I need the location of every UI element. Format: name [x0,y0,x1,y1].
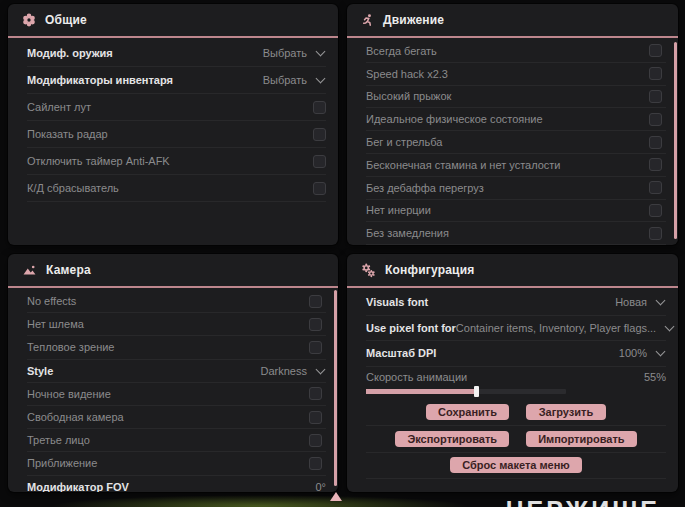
general-row-0: Модиф. оружияВыбрать [27,40,326,67]
chevron-down-icon [665,321,675,331]
panel-movement-header: Движение [347,4,678,38]
panel-config-header: Конфигурация [347,254,678,288]
chevron-down-icon [316,74,326,84]
row-label: Бесконечная стамина и нет усталости [366,159,561,171]
row-label: Масштаб DPI [366,347,436,359]
movement-row-3: Идеальное физическое состояние [366,108,666,131]
camera-row-0: No effects [27,290,326,313]
chevron-down-icon [316,47,326,57]
dropdown-value: Darkness [261,365,307,377]
checkbox[interactable] [313,128,326,141]
action-button-экспортировать[interactable]: Экспортировать [395,431,509,447]
panel-movement: Движение Всегда бегатьSpeed hack x2.3Выс… [347,4,678,245]
camera-row-3: StyleDarkness [27,360,326,383]
checkbox[interactable] [649,67,662,80]
fov-value: 0° [315,481,326,492]
animation-speed-slider[interactable] [366,389,566,394]
movement-row-4: Бег и стрельба [366,131,666,154]
checkbox[interactable] [649,44,662,57]
slider-value: 55% [644,371,666,383]
action-button-загрузить[interactable]: Загрузить [526,404,606,420]
panel-general-header: Общие [8,4,338,38]
general-row-5: К/Д сбрасыватель [27,175,326,202]
row-label: Всегда бегать [366,45,437,57]
checkbox[interactable] [649,227,662,240]
general-row-2: Сайлент лут [27,94,326,121]
panel-config: Конфигурация Visuals fontНоваяUse pixel … [347,254,678,492]
slider-handle[interactable] [474,386,479,397]
row-label: Без замедления [366,227,449,239]
checkbox[interactable] [309,434,322,447]
flower-icon [22,13,36,27]
checkbox[interactable] [313,155,326,168]
checkbox[interactable] [649,136,662,149]
checkbox[interactable] [309,411,322,424]
row-label: Идеальное физическое состояние [366,113,543,125]
panel-general-title: Общие [45,13,87,27]
row-label: Приближение [27,457,97,469]
panel-camera-title: Камера [46,263,91,277]
checkbox[interactable] [649,181,662,194]
checkbox[interactable] [309,318,322,331]
dropdown-config-1[interactable]: Container items, Inventory, Player flags… [456,322,675,334]
movement-row-1: Speed hack x2.3 [366,63,666,86]
movement-row-6: Без дебаффа перегруз [366,177,666,200]
movement-row-8: Без замедления [366,222,666,245]
row-label: Нет инерции [366,204,431,216]
chevron-down-icon [656,296,666,306]
movement-scrollbar[interactable] [674,42,677,239]
game-background-glow [50,495,470,507]
row-label: К/Д сбрасыватель [27,182,119,194]
dropdown-value: Выбрать [263,74,307,86]
config-button-row-6: Сброс макета меню [366,453,666,480]
panel-movement-title: Движение [383,13,444,27]
image-icon [22,263,37,277]
dropdown-config-0[interactable]: Новая [615,296,666,308]
panel-camera-header: Камера [8,254,338,288]
checkbox[interactable] [313,182,326,195]
dropdown-general-1[interactable]: Выбрать [263,74,326,86]
dropdown-camera-3[interactable]: Darkness [261,365,326,377]
camera-row-8: Модификатор FOV0° [27,476,326,493]
checkbox[interactable] [313,101,326,114]
row-label: Speed hack x2.3 [366,68,448,80]
camera-row-7: Приближение [27,452,326,475]
row-label: Нет шлема [27,318,84,330]
row-label: Показать радар [27,128,108,140]
action-button-сохранить[interactable]: Сохранить [426,404,509,420]
mouse-cursor [330,492,342,501]
row-label: Отключить таймер Anti-AFK [27,155,170,167]
checkbox[interactable] [649,113,662,126]
movement-row-5: Бесконечная стамина и нет усталости [366,154,666,177]
dropdown-value: Новая [615,296,647,308]
checkbox[interactable] [649,204,662,217]
row-label: Style [27,365,53,377]
checkbox[interactable] [649,90,662,103]
checkbox[interactable] [309,387,322,400]
panel-camera: Камера No effectsНет шлемаТепловое зрени… [8,254,338,492]
row-label: Модиф. оружия [27,47,113,59]
row-label: Тепловое зрение [27,341,114,353]
dropdown-general-0[interactable]: Выбрать [263,47,326,59]
checkbox[interactable] [649,158,662,171]
dropdown-config-2[interactable]: 100% [619,347,666,359]
checkbox[interactable] [309,341,322,354]
mod-menu-screen: { "accent": "#dda6ac", "panels": { "gene… [0,0,685,507]
camera-scrollbar[interactable] [334,290,337,486]
checkbox[interactable] [309,457,322,470]
camera-row-6: Третье лицо [27,429,326,452]
general-row-1: Модификаторы инвентаряВыбрать [27,67,326,94]
general-row-4: Отключить таймер Anti-AFK [27,148,326,175]
movement-row-2: Высокий прыжок [366,86,666,109]
config-row-0: Visuals fontНовая [366,290,666,316]
checkbox[interactable] [309,295,322,308]
action-button-импортировать[interactable]: Импортировать [526,431,636,447]
reset-menu-layout-button[interactable]: Сброс макета меню [450,457,582,473]
chevron-down-icon [656,347,666,357]
row-label: Третье лицо [27,434,90,446]
row-label: Бег и стрельба [366,136,442,148]
config-button-row-5: ЭкспортироватьИмпортировать [366,426,666,453]
row-label: Высокий прыжок [366,90,451,102]
row-label: Ночное видение [27,388,111,400]
dropdown-value: 100% [619,347,647,359]
